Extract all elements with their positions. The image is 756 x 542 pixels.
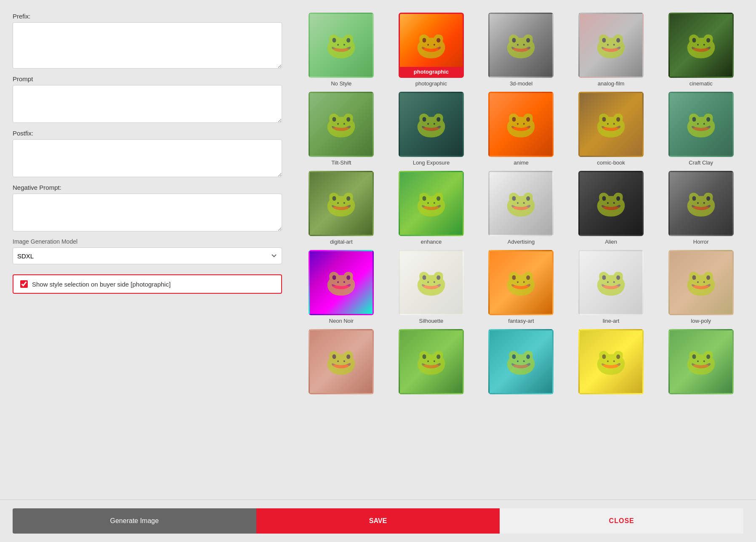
prefix-label: Prefix: [13,13,282,20]
style-item-silhouette[interactable]: 🐸Silhouette [389,250,474,324]
close-button[interactable]: CLOSE [500,508,743,534]
save-button[interactable]: SAVE [256,508,500,534]
style-item-long-exposure[interactable]: 🐸Long Exposure [389,92,474,166]
style-item-row5a[interactable]: 🐸 [299,329,384,397]
style-label-photographic: photographic [415,80,447,87]
generate-button[interactable]: Generate Image [13,508,256,534]
style-label-horror: Horror [693,239,709,245]
style-item-photographic[interactable]: 🐸photographicphotographic [389,13,474,87]
style-item-horror[interactable]: 🐸Horror [658,171,743,245]
style-item-analog-film[interactable]: 🐸analog-film [569,13,654,87]
style-item-no-style[interactable]: 🐸No Style [299,13,384,87]
style-item-row5b[interactable]: 🐸 [389,329,474,397]
style-label-anime: anime [514,159,528,166]
postfix-label: Postfix: [13,130,282,137]
style-item-row5c[interactable]: 🐸 [479,329,564,397]
style-item-line-art[interactable]: 🐸line-art [569,250,654,324]
footer: Generate Image SAVE CLOSE [0,499,756,542]
style-item-cinematic[interactable]: 🐸cinematic [658,13,743,87]
prompt-label: Prompt [13,75,282,82]
style-label-fantasy-art: fantasy-art [508,318,534,324]
style-label-silhouette: Silhouette [419,318,443,324]
style-label-advertising: Advertising [508,239,535,245]
postfix-group: Postfix: [13,130,282,177]
style-label-analog-film: analog-film [598,80,625,87]
style-label-cinematic: cinematic [689,80,713,87]
style-label-enhance: enhance [421,239,442,245]
style-grid-panel: 🐸No Style🐸photographicphotographic🐸3d-mo… [299,13,743,491]
show-style-checkbox-group[interactable]: Show style selection on buyer side [phot… [13,274,282,294]
style-item-neon-noir[interactable]: 🐸Neon Noir [299,250,384,324]
style-label-low-poly: low-poly [691,318,711,324]
style-item-row5d[interactable]: 🐸 [569,329,654,397]
style-label-long-exposure: Long Exposure [413,159,450,166]
style-item-alien[interactable]: 🐸Alien [569,171,654,245]
style-item-enhance[interactable]: 🐸enhance [389,171,474,245]
negative-group: Negative Prompt: [13,184,282,231]
style-item-comic-book[interactable]: 🐸comic-book [569,92,654,166]
left-panel: Prefix: Prompt Postfix: Negative Prompt:… [13,13,282,491]
model-select[interactable]: SDXL SD 1.5 DALL-E [13,247,282,264]
style-label-3d-model: 3d-model [510,80,532,87]
prompt-group: Prompt [13,75,282,123]
style-item-anime[interactable]: 🐸anime [479,92,564,166]
negative-input[interactable] [13,194,282,231]
negative-label: Negative Prompt: [13,184,282,191]
postfix-input[interactable] [13,139,282,177]
model-label: Image Generation Model [13,238,282,245]
style-label-tilt-shift: Tilt-Shift [331,159,351,166]
style-label-comic-book: comic-book [597,159,625,166]
style-item-low-poly[interactable]: 🐸low-poly [658,250,743,324]
style-label-neon-noir: Neon Noir [329,318,354,324]
style-item-tilt-shift[interactable]: 🐸Tilt-Shift [299,92,384,166]
style-item-row5e[interactable]: 🐸 [658,329,743,397]
style-label-digital-art: digital-art [330,239,352,245]
style-item-digital-art[interactable]: 🐸digital-art [299,171,384,245]
style-label-line-art: line-art [603,318,620,324]
style-grid: 🐸No Style🐸photographicphotographic🐸3d-mo… [299,13,743,401]
prompt-input[interactable] [13,85,282,123]
style-item-3d-model[interactable]: 🐸3d-model [479,13,564,87]
style-label-alien: Alien [605,239,617,245]
style-item-advertising[interactable]: 🐸Advertising [479,171,564,245]
prefix-group: Prefix: [13,13,282,69]
selected-style-overlay: photographic [400,67,463,77]
show-style-checkbox[interactable] [20,280,28,288]
style-label-craft-clay: Craft Clay [689,159,713,166]
prefix-input[interactable] [13,22,282,69]
model-group: Image Generation Model SDXL SD 1.5 DALL-… [13,238,282,264]
show-style-label: Show style selection on buyer side [phot… [32,281,170,288]
style-item-fantasy-art[interactable]: 🐸fantasy-art [479,250,564,324]
style-label-no-style: No Style [331,80,351,87]
style-item-craft-clay[interactable]: 🐸Craft Clay [658,92,743,166]
